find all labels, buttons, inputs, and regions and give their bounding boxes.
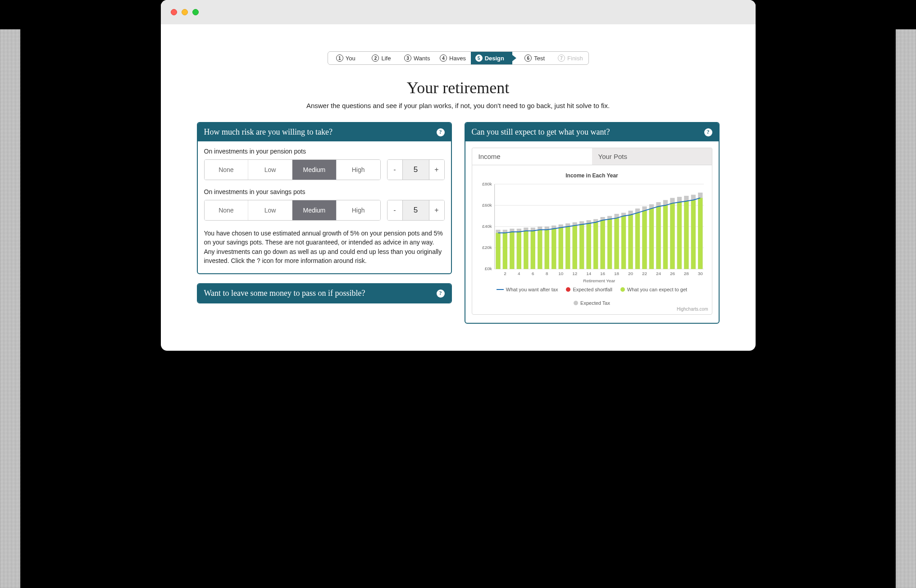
- decrement-button[interactable]: -: [387, 160, 403, 180]
- risk-value: 5: [403, 160, 429, 180]
- increment-button[interactable]: +: [429, 160, 444, 180]
- svg-text:24: 24: [656, 271, 661, 276]
- svg-text:12: 12: [572, 271, 578, 276]
- svg-rect-27: [551, 229, 556, 269]
- step-number-icon: 7: [558, 54, 565, 62]
- svg-rect-37: [586, 223, 591, 269]
- svg-rect-25: [544, 230, 549, 269]
- step-life[interactable]: 2Life: [364, 52, 399, 64]
- svg-rect-41: [600, 220, 605, 269]
- step-finish: 7Finish: [552, 52, 588, 64]
- window-titlebar: [161, 0, 756, 24]
- step-number-icon: 6: [524, 54, 532, 62]
- svg-text:£80k: £80k: [482, 181, 492, 186]
- svg-rect-49: [628, 215, 633, 269]
- svg-text:£60k: £60k: [482, 203, 492, 208]
- svg-text:6: 6: [532, 271, 534, 276]
- risk-option-high[interactable]: High: [337, 160, 380, 180]
- svg-rect-51: [635, 213, 639, 269]
- risk-question-label: On investments in your savings pots: [204, 188, 445, 195]
- risk-value-stepper: -5+: [387, 200, 445, 221]
- legend-item[interactable]: Expected Tax: [574, 300, 610, 306]
- svg-text:£40k: £40k: [482, 224, 492, 229]
- step-wants[interactable]: 3Wants: [399, 52, 435, 64]
- svg-rect-13: [502, 233, 507, 269]
- svg-text:10: 10: [558, 271, 564, 276]
- svg-rect-11: [496, 233, 500, 269]
- close-icon[interactable]: [171, 9, 177, 15]
- income-chart: Income in Each Year £0k£20k£40k£60k£80k2…: [472, 165, 712, 315]
- svg-text:14: 14: [586, 271, 592, 276]
- svg-text:30: 30: [697, 271, 703, 276]
- risk-option-high[interactable]: High: [337, 200, 380, 220]
- legend-swatch-icon: [497, 289, 504, 290]
- svg-rect-19: [524, 231, 528, 269]
- page-subtitle: Answer the questions and see if your pla…: [197, 102, 720, 109]
- chart-svg: £0k£20k£40k£60k£80k246810121416182022242…: [476, 181, 708, 284]
- legend-swatch-icon: [566, 287, 570, 292]
- maximize-icon[interactable]: [192, 9, 199, 15]
- svg-text:28: 28: [684, 271, 689, 276]
- browser-window: 1You2Life3Wants4Haves5Design6Test7Finish…: [161, 0, 756, 351]
- step-design[interactable]: 5Design: [471, 52, 512, 64]
- svg-rect-17: [516, 232, 521, 269]
- risk-value-stepper: -5+: [387, 159, 445, 180]
- legend-item[interactable]: What you want after tax: [497, 287, 558, 292]
- risk-disclaimer: You have chosen to use estimated annual …: [204, 229, 445, 265]
- risk-level-segmented: NoneLowMediumHigh: [204, 200, 381, 221]
- svg-text:4: 4: [518, 271, 520, 276]
- step-number-icon: 4: [440, 54, 447, 62]
- svg-rect-35: [579, 225, 584, 269]
- step-number-icon: 1: [336, 54, 343, 62]
- svg-rect-69: [698, 198, 702, 269]
- increment-button[interactable]: +: [429, 200, 444, 220]
- step-you[interactable]: 1You: [328, 52, 364, 64]
- step-haves[interactable]: 4Haves: [435, 52, 470, 64]
- legacy-card: Want to leave some money to pass on if p…: [197, 283, 452, 303]
- chart-tabs: IncomeYour Pots: [472, 148, 712, 165]
- step-test[interactable]: 6Test: [512, 52, 552, 64]
- svg-rect-55: [649, 208, 653, 269]
- chart-legend: What you want after taxExpected shortfal…: [476, 287, 708, 306]
- page: 1You2Life3Wants4Haves5Design6Test7Finish…: [161, 24, 756, 351]
- risk-heading: How much risk are you willing to take?: [204, 127, 333, 137]
- risk-option-medium[interactable]: Medium: [292, 200, 337, 220]
- svg-rect-43: [607, 219, 611, 269]
- svg-rect-67: [691, 200, 695, 269]
- page-title: Your retirement: [197, 78, 720, 97]
- expect-heading: Can you still expect to get what you wan…: [472, 127, 610, 137]
- risk-option-none[interactable]: None: [205, 200, 249, 220]
- tab-your-pots[interactable]: Your Pots: [592, 148, 712, 165]
- help-icon[interactable]: ?: [437, 289, 445, 298]
- svg-text:Retirement Year: Retirement Year: [583, 278, 615, 283]
- svg-rect-39: [593, 222, 598, 269]
- svg-rect-21: [530, 231, 535, 269]
- risk-value: 5: [403, 200, 429, 220]
- svg-rect-59: [663, 205, 667, 269]
- tab-income[interactable]: Income: [472, 148, 592, 165]
- help-icon[interactable]: ?: [704, 128, 712, 136]
- minimize-icon[interactable]: [182, 9, 188, 15]
- decrement-button[interactable]: -: [387, 200, 403, 220]
- svg-text:8: 8: [546, 271, 548, 276]
- svg-text:26: 26: [670, 271, 675, 276]
- step-number-icon: 2: [372, 54, 379, 62]
- svg-text:20: 20: [628, 271, 633, 276]
- risk-option-none[interactable]: None: [205, 160, 249, 180]
- legend-swatch-icon: [620, 287, 625, 292]
- svg-rect-45: [614, 218, 619, 269]
- risk-card: How much risk are you willing to take? ?…: [197, 122, 452, 274]
- expect-card: Can you still expect to get what you wan…: [465, 122, 720, 324]
- help-icon[interactable]: ?: [437, 128, 445, 136]
- svg-rect-53: [642, 211, 647, 269]
- risk-option-low[interactable]: Low: [248, 200, 292, 220]
- step-number-icon: 3: [404, 54, 411, 62]
- svg-rect-31: [565, 226, 570, 269]
- svg-rect-57: [656, 206, 661, 269]
- legend-item[interactable]: What you can expect to get: [620, 287, 687, 292]
- legend-item[interactable]: Expected shortfall: [566, 287, 612, 292]
- wizard-stepbar: 1You2Life3Wants4Haves5Design6Test7Finish: [328, 51, 589, 65]
- risk-option-medium[interactable]: Medium: [292, 160, 337, 180]
- risk-option-low[interactable]: Low: [248, 160, 292, 180]
- legacy-heading: Want to leave some money to pass on if p…: [204, 289, 365, 298]
